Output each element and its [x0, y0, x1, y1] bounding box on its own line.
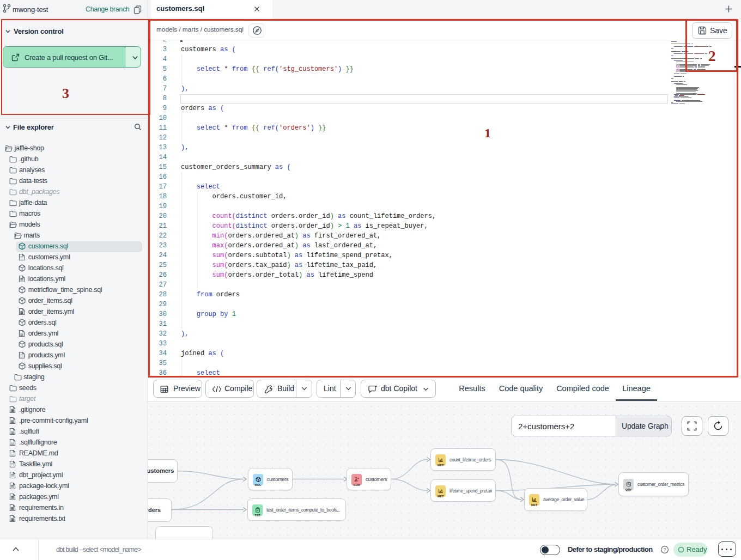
svg-text:?: ?: [663, 547, 666, 552]
